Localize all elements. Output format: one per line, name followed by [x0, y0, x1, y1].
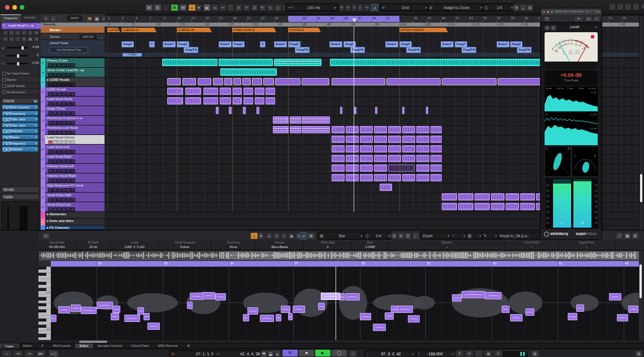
- pitch-segment-18[interactable]: [276, 314, 281, 321]
- audio-event[interactable]: [302, 78, 329, 85]
- insert-slot-7[interactable]: DeEsser▾: [2, 146, 38, 151]
- add-track-button[interactable]: +: [42, 15, 50, 22]
- track-mini-btn-0[interactable]: [48, 82, 53, 86]
- pitch-segment-6[interactable]: [112, 306, 120, 313]
- pitch-segment-33[interactable]: [462, 291, 485, 298]
- track-mini-btn-3[interactable]: [62, 63, 66, 67]
- track-mini-btn-2[interactable]: [57, 188, 62, 192]
- audio-event[interactable]: [242, 78, 251, 85]
- audio-event[interactable]: [224, 78, 232, 85]
- track-mini-btn-5[interactable]: [71, 121, 75, 125]
- audio-event[interactable]: [360, 164, 373, 172]
- track-mini-btn-1[interactable]: [53, 92, 57, 96]
- marker-event-4[interactable]: 4 PRE-CHORUS: [232, 28, 276, 32]
- audio-event[interactable]: [332, 164, 345, 172]
- track-mini-btn-4[interactable]: [66, 82, 71, 86]
- tab-inspector[interactable]: Inspector: [1, 14, 21, 23]
- info-cell-4[interactable]: ProcessingNone: [211, 241, 256, 250]
- pitch-segment-12[interactable]: [190, 293, 203, 300]
- track-mini-btn-0[interactable]: [48, 92, 53, 96]
- audio-event[interactable]: [340, 107, 342, 114]
- pitch-segment-9[interactable]: [143, 313, 150, 320]
- audio-event[interactable]: [233, 88, 242, 95]
- pitch-segment-36[interactable]: [510, 314, 523, 321]
- track-mini-btn-1[interactable]: [53, 169, 57, 173]
- transport-right-icon-3[interactable]: ▦: [484, 350, 493, 357]
- editor-vscrollbar[interactable]: [639, 251, 643, 340]
- module-dropdown-icon[interactable]: ▾: [595, 25, 597, 29]
- track-mini-btn-3[interactable]: [62, 188, 66, 192]
- tool-button-9[interactable]: ▷: [275, 4, 282, 11]
- audio-event[interactable]: [416, 136, 429, 143]
- insert-slot-2-menu-icon[interactable]: ▾: [35, 117, 37, 121]
- tracklist-row-5[interactable]: 51Lead Vocal Verse: [41, 97, 105, 106]
- audio-event[interactable]: [266, 88, 275, 95]
- window-forward-icon[interactable]: [641, 3, 644, 10]
- traffic-close-icon[interactable]: [5, 5, 10, 10]
- audio-event[interactable]: [374, 145, 387, 153]
- pitch-segment-22[interactable]: [318, 303, 325, 310]
- track-mini-btn-1[interactable]: [53, 130, 57, 134]
- track-mini-btn-1[interactable]: [53, 121, 57, 125]
- track-mini-btn-0[interactable]: [48, 150, 53, 154]
- track-mini-btn-0[interactable]: [48, 121, 53, 125]
- tab-visibility[interactable]: Visibility: [21, 14, 38, 21]
- track-visibility-counter[interactable]: 94/97: [67, 15, 82, 21]
- tool-button-2[interactable]: ✂: [219, 4, 227, 11]
- track-mini-btn-4[interactable]: [66, 130, 71, 134]
- audio-event[interactable]: [263, 78, 274, 85]
- track-mini-btn-5[interactable]: [71, 82, 75, 86]
- insert-slot-3-menu-icon[interactable]: ▾: [35, 123, 37, 128]
- tracklist-row-17[interactable]: ▸ Harmonies: [41, 212, 105, 219]
- playhead-handle[interactable]: [352, 19, 356, 22]
- track-mini-btn-2[interactable]: [57, 130, 62, 134]
- volume-slider-handle[interactable]: [21, 46, 24, 50]
- window-layout-4-icon[interactable]: [633, 3, 639, 10]
- audio-event[interactable]: [302, 126, 330, 133]
- plugin-bypass-icon[interactable]: ⏻: [543, 16, 551, 22]
- info-cell-6[interactable]: Offline Edits0: [304, 241, 352, 250]
- insert-slot-6-bypass-icon[interactable]: [7, 142, 10, 146]
- audio-event[interactable]: [220, 88, 231, 95]
- tracklist-row-19[interactable]: ▸ FX Channels: [41, 225, 105, 230]
- channel-s-button[interactable]: S: [154, 4, 162, 11]
- insert-slot-5-bypass-icon[interactable]: [7, 136, 10, 140]
- track-mini-btn-2[interactable]: [57, 198, 62, 202]
- track-mini-btn-4[interactable]: [66, 111, 71, 115]
- routing-row-2[interactable]: LEAD Vocals: [1, 83, 40, 89]
- audio-event[interactable]: [167, 97, 183, 105]
- audio-event[interactable]: [330, 59, 553, 66]
- editor-misc-icon-3[interactable]: ∅: [404, 232, 411, 240]
- audio-event[interactable]: [185, 97, 201, 105]
- track-mini-btn-1[interactable]: [53, 188, 57, 192]
- punch-menu-icon[interactable]: ▴: [274, 350, 281, 357]
- track-mini-btn-4[interactable]: [66, 159, 71, 163]
- track-mini-btn-4[interactable]: [66, 140, 71, 144]
- pitch-segment-38[interactable]: [568, 313, 577, 320]
- track-filter-icon[interactable]: ⌕: [50, 15, 57, 22]
- divide-tracklist-icon[interactable]: ▦: [93, 15, 101, 22]
- audio-event[interactable]: [520, 203, 535, 210]
- marker-event-3[interactable]: 3 VERSE 1B: [177, 28, 212, 32]
- audio-event[interactable]: [332, 126, 345, 133]
- audio-event[interactable]: [255, 97, 264, 105]
- channel-l-button[interactable]: L: [162, 4, 170, 11]
- insert-slot-4-menu-icon[interactable]: ▾: [35, 129, 37, 133]
- module-settings-icon[interactable]: ⊙: [544, 25, 550, 31]
- track-btn-b0[interactable]: ●: [2, 36, 8, 42]
- insert-slot-2-bypass-icon[interactable]: [7, 118, 10, 121]
- audio-event[interactable]: [402, 174, 415, 181]
- pitch-segment-39[interactable]: [576, 304, 584, 312]
- tool-button-0[interactable]: ▸: [203, 4, 211, 11]
- track-mini-btn-0[interactable]: [48, 178, 53, 182]
- track-mini-btn-1[interactable]: [53, 102, 57, 106]
- audio-event[interactable]: [220, 97, 231, 105]
- tracklist-row-13[interactable]: 59Falsetto Vocal Right: [41, 173, 105, 183]
- track-mini-btn-4[interactable]: [66, 63, 71, 67]
- track-mini-btn-1[interactable]: [53, 140, 57, 144]
- editor-snap-toggle[interactable]: ⊿: [299, 232, 307, 240]
- tool-button-1[interactable]: ▭: [211, 4, 219, 11]
- track-mini-btn-5[interactable]: [71, 178, 75, 182]
- transport-right-icon-4[interactable]: ∅: [494, 350, 502, 357]
- pitch-segment-37[interactable]: [525, 308, 534, 316]
